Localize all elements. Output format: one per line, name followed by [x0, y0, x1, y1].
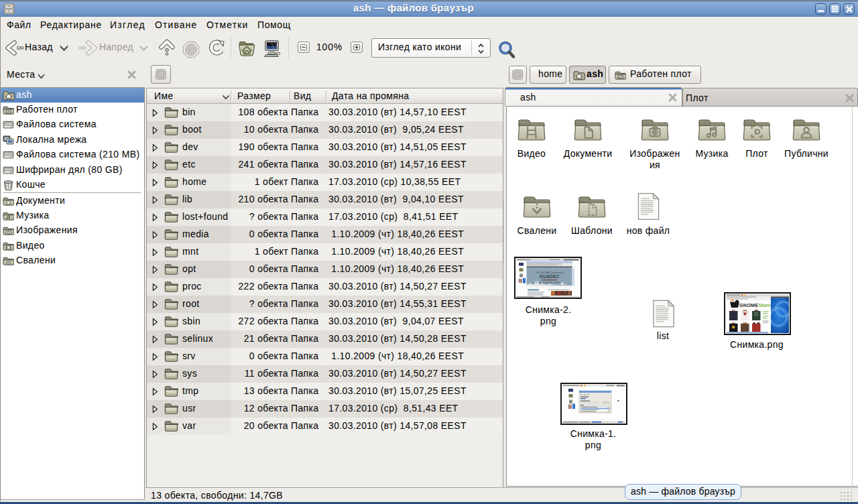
- svg-text:The GNOME Conference: The GNOME Conference: [535, 271, 564, 274]
- svg-text:GUADEC: GUADEC: [540, 274, 560, 279]
- svg-text:Store: Store: [759, 302, 771, 308]
- svg-text:GNOME: GNOME: [739, 302, 758, 308]
